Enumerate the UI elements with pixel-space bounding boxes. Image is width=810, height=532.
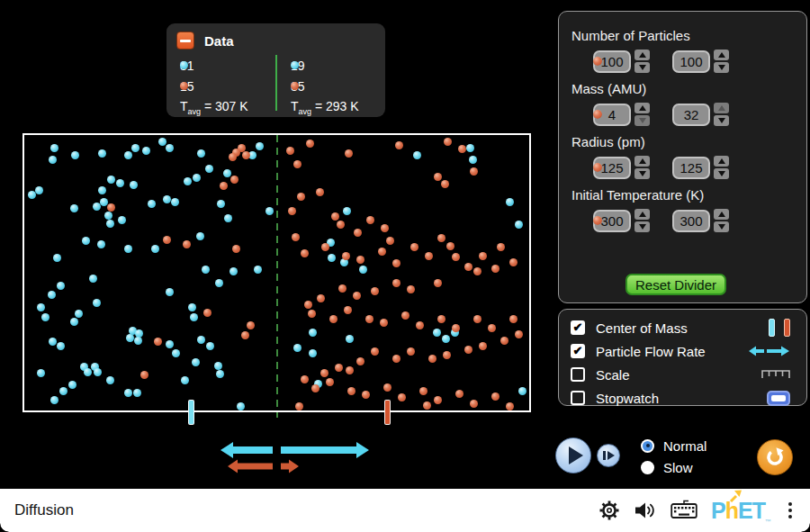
decrement-button[interactable] xyxy=(634,221,650,232)
cyan-particle xyxy=(84,368,92,376)
data-panel: Data 81 15 Tavg = 307 K 19 85 Tavg = 293… xyxy=(166,23,385,117)
scale-label[interactable]: Scale xyxy=(596,367,630,383)
cyan-particle xyxy=(230,267,238,275)
cyan-particle xyxy=(118,216,126,224)
orange-particle xyxy=(437,315,446,323)
orange-radius-value[interactable]: 125 xyxy=(672,157,710,179)
increment-button[interactable] xyxy=(714,209,729,220)
orange-particle xyxy=(354,229,362,237)
normal-radio[interactable] xyxy=(641,439,654,453)
reset-all-button[interactable] xyxy=(757,439,793,475)
orange-particle xyxy=(444,138,452,146)
increment-button[interactable] xyxy=(634,50,650,60)
orange-particle xyxy=(306,140,314,148)
center-of-mass-checkbox[interactable]: ✔ xyxy=(571,320,585,335)
cyan-particle xyxy=(70,318,78,326)
chamber-divider[interactable] xyxy=(276,135,278,418)
decrement-button[interactable] xyxy=(714,221,729,232)
decrement-button[interactable] xyxy=(634,168,650,179)
cyan-particle xyxy=(202,266,210,274)
center-of-mass-orange-marker xyxy=(384,400,391,425)
phet-logo[interactable]: PhET™ xyxy=(711,496,771,525)
cyan-particle xyxy=(131,144,140,152)
orange-particle xyxy=(241,331,249,339)
increment-button[interactable] xyxy=(634,103,650,113)
cyan-particle xyxy=(41,313,50,321)
increment-button[interactable] xyxy=(634,209,650,220)
cyan-particle xyxy=(214,362,222,370)
orange-particle xyxy=(366,216,374,224)
cyan-particle xyxy=(224,214,232,222)
speed-option-normal[interactable]: Normal xyxy=(641,435,706,456)
step-forward-button[interactable] xyxy=(597,444,620,467)
cyan-particle xyxy=(94,368,102,376)
orange-particle xyxy=(497,243,505,251)
stopwatch-label[interactable]: Stopwatch xyxy=(596,391,659,406)
orange-particle xyxy=(443,351,451,359)
orange-particle xyxy=(392,279,400,287)
orange-particle xyxy=(293,160,302,168)
cyan-particle xyxy=(343,207,351,215)
orange-particle xyxy=(458,145,466,153)
orange-particle xyxy=(434,173,442,181)
keyboard-icon[interactable] xyxy=(670,500,698,521)
reset-divider-button[interactable]: Reset Divider xyxy=(626,274,726,295)
increment-button[interactable] xyxy=(714,103,729,113)
sound-icon[interactable] xyxy=(634,500,657,521)
increment-button[interactable] xyxy=(714,50,729,60)
stopwatch-checkbox[interactable] xyxy=(571,391,585,405)
decrement-button[interactable] xyxy=(634,115,650,126)
cyan-mass-spinner xyxy=(634,103,650,126)
orange-particle xyxy=(304,301,312,309)
section-label-mass: Mass (AMU) xyxy=(572,81,806,96)
cyan-particle xyxy=(442,335,450,343)
navigation-bar: Diffusion xyxy=(0,489,810,532)
orange-mass-value[interactable]: 32 xyxy=(672,104,710,126)
play-button[interactable] xyxy=(555,437,591,473)
increment-button[interactable] xyxy=(634,156,650,167)
cyan-particle xyxy=(75,310,83,318)
orange-particle xyxy=(154,338,162,346)
orange-particle xyxy=(506,402,514,410)
cyan-particle xyxy=(466,144,474,152)
orange-particles-value[interactable]: 100 xyxy=(672,50,710,73)
scale-checkbox[interactable] xyxy=(571,367,585,382)
cyan-particle xyxy=(256,142,264,150)
section-label-radius: Radius (pm) xyxy=(572,134,806,149)
cyan-particle xyxy=(124,151,132,159)
orange-mass-spinner xyxy=(714,103,729,126)
cyan-particle xyxy=(50,144,58,152)
decrement-button[interactable] xyxy=(714,115,729,126)
orange-particle xyxy=(479,252,487,260)
orange-particle xyxy=(398,393,406,401)
scale-row: Scale xyxy=(571,363,796,386)
increment-button[interactable] xyxy=(714,156,729,167)
radius-row: 125 125 xyxy=(593,156,806,179)
particle-flow-rate-checkbox[interactable]: ✔ xyxy=(571,344,585,358)
decrement-button[interactable] xyxy=(634,62,650,73)
decrement-button[interactable] xyxy=(714,62,729,73)
slow-radio[interactable] xyxy=(641,461,654,474)
cyan-particle xyxy=(197,149,205,158)
settings-gear-icon[interactable] xyxy=(598,500,620,521)
cyan-particle xyxy=(49,156,57,164)
initial-temperature-row: 300 300 xyxy=(593,209,806,232)
speed-option-slow[interactable]: Slow xyxy=(641,456,706,478)
orange-particle xyxy=(338,284,346,293)
orange-particle xyxy=(491,392,500,401)
cyan-particle xyxy=(35,186,43,194)
orange-particle xyxy=(311,384,320,392)
sim-title: Diffusion xyxy=(14,501,74,519)
orange-particle-icon xyxy=(593,163,602,172)
minimize-button[interactable] xyxy=(176,32,194,50)
cyan-particle xyxy=(68,381,76,389)
center-of-mass-label[interactable]: Center of Mass xyxy=(596,320,688,336)
menu-kebab-icon[interactable] xyxy=(785,500,796,520)
cyan-particle xyxy=(346,335,354,343)
decrement-button[interactable] xyxy=(714,168,729,179)
orange-temperature-value[interactable]: 300 xyxy=(672,210,710,232)
orange-particle xyxy=(500,337,508,345)
particle-flow-rate-label[interactable]: Particle Flow Rate xyxy=(596,344,706,359)
orange-particle xyxy=(335,364,343,372)
cyan-particle xyxy=(217,200,225,208)
